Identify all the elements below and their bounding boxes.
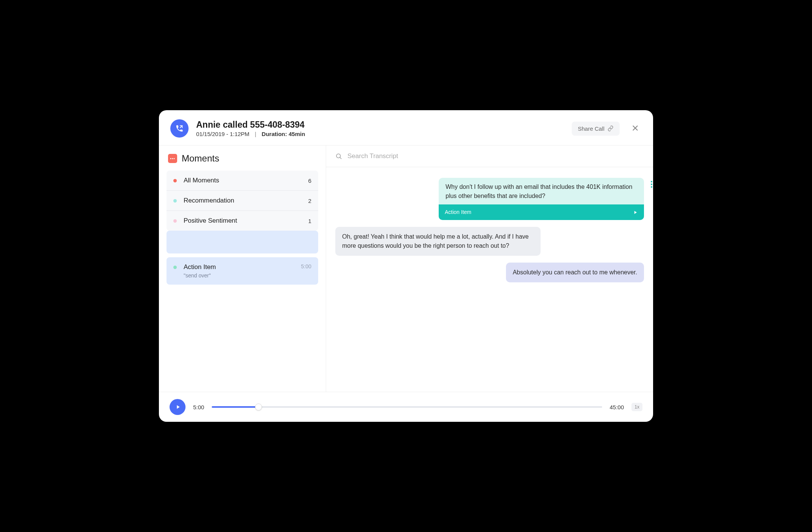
duration-value: 45min [289, 131, 305, 137]
seek-track[interactable] [212, 406, 602, 408]
kebab-dot-icon [651, 181, 652, 182]
action-item-tag: Action Item [445, 208, 471, 216]
dot-icon [173, 266, 177, 269]
message-row: Absolutely you can reach out to me whene… [335, 263, 644, 282]
moment-action-item-card[interactable]: Action Item "send over" 5:00 [167, 257, 318, 285]
current-time: 5:00 [193, 404, 204, 410]
playback-speed-button[interactable]: 1x [631, 403, 642, 411]
moments-sidebar: ••• Moments All Moments 6 Recommendation… [159, 146, 326, 392]
message-stack: Why don't I follow up with an email that… [439, 178, 644, 220]
moments-badge-icon: ••• [168, 154, 177, 163]
filter-positive-sentiment[interactable]: Positive Sentiment 1 [167, 211, 318, 231]
duration-label: Duration: [262, 131, 287, 137]
header-info: Annie called 555-408-8394 01/15/2019 - 1… [196, 120, 572, 137]
moments-filter-list: All Moments 6 Recommendation 2 Positive … [167, 171, 318, 231]
share-call-button[interactable]: Share Call [572, 122, 620, 136]
message-text: Oh, great! Yeah I think that would help … [342, 233, 529, 249]
dot-icon [173, 179, 177, 182]
call-datetime: 01/15/2019 - 1:12PM [196, 131, 249, 137]
message-text: Why don't I follow up with an email that… [439, 178, 644, 204]
call-subtitle: 01/15/2019 - 1:12PM | Duration: 45min [196, 131, 572, 137]
action-item-quote: "send over" [184, 272, 297, 279]
filter-count: 6 [308, 177, 311, 184]
call-title: Annie called 555-408-8394 [196, 120, 572, 130]
action-item-time: 5:00 [301, 263, 311, 269]
moments-header: ••• Moments [167, 153, 318, 164]
transcript[interactable]: Why don't I follow up with an email that… [326, 167, 653, 392]
message-row: Oh, great! Yeah I think that would help … [335, 227, 644, 256]
header: Annie called 555-408-8394 01/15/2019 - 1… [159, 110, 653, 146]
search-icon [335, 153, 342, 160]
dot-icon [173, 219, 177, 223]
filter-label: Recommendation [184, 197, 308, 204]
call-icon [170, 119, 189, 138]
message-text: Absolutely you can reach out to me whene… [513, 269, 637, 276]
action-body: Action Item "send over" [184, 263, 297, 279]
filter-count: 1 [308, 218, 311, 224]
link-icon [607, 125, 614, 131]
action-item-bar[interactable]: Action Item [439, 204, 644, 220]
kebab-dot-icon [651, 186, 652, 188]
audio-player: 5:00 45:00 1x [159, 392, 653, 422]
transcript-panel: Why don't I follow up with an email that… [326, 146, 653, 392]
total-time: 45:00 [610, 404, 624, 410]
message-row: Why don't I follow up with an email that… [335, 178, 644, 220]
play-icon [175, 404, 181, 410]
seek-thumb[interactable] [255, 404, 262, 410]
search-bar [326, 146, 653, 167]
filter-label: All Moments [184, 177, 308, 184]
body: ••• Moments All Moments 6 Recommendation… [159, 146, 653, 392]
message-menu-button[interactable] [651, 181, 652, 188]
message-bubble-agent[interactable]: Absolutely you can reach out to me whene… [506, 263, 644, 282]
dot-icon [173, 199, 177, 203]
speed-label: 1x [634, 404, 639, 410]
call-detail-window: Annie called 555-408-8394 01/15/2019 - 1… [159, 110, 653, 422]
kebab-dot-icon [651, 184, 652, 185]
close-button[interactable] [629, 122, 642, 136]
play-button[interactable] [170, 399, 186, 415]
filter-recommendation[interactable]: Recommendation 2 [167, 191, 318, 211]
action-item-label: Action Item [184, 263, 297, 271]
filter-label: Positive Sentiment [184, 217, 308, 225]
message-bubble-agent-highlight[interactable]: Why don't I follow up with an email that… [439, 178, 644, 220]
play-icon [633, 210, 638, 215]
track-fill [212, 406, 259, 408]
moment-placeholder [167, 231, 318, 253]
message-bubble-customer[interactable]: Oh, great! Yeah I think that would help … [335, 227, 541, 256]
search-input[interactable] [347, 152, 644, 160]
moments-title: Moments [182, 153, 219, 164]
filter-count: 2 [308, 198, 311, 204]
filter-all-moments[interactable]: All Moments 6 [167, 171, 318, 191]
separator: | [255, 131, 256, 137]
close-icon [631, 124, 639, 132]
share-label: Share Call [578, 125, 604, 132]
